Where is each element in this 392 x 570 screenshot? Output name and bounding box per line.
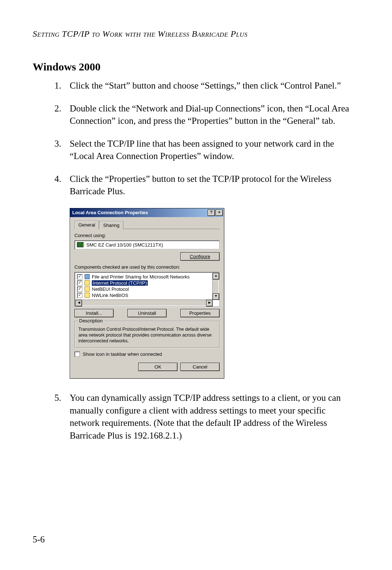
- step-item: Click the “Start” button and choose “Set…: [54, 80, 352, 92]
- connect-using-label: Connect using:: [74, 233, 220, 238]
- section-heading: Windows 2000: [33, 61, 352, 73]
- configure-button[interactable]: Configure: [180, 252, 220, 261]
- checkbox-icon[interactable]: ✓: [77, 286, 82, 292]
- cancel-button[interactable]: Cancel: [180, 363, 220, 371]
- step-item: Click the “Properties” button to set the…: [54, 173, 352, 198]
- scroll-left-icon[interactable]: ◀: [75, 300, 82, 306]
- protocol-icon: [85, 286, 90, 292]
- component-item[interactable]: ✓ NetBEUI Protocol: [77, 286, 212, 292]
- component-item[interactable]: ✓ File and Printer Sharing for Microsoft…: [77, 274, 212, 280]
- checkbox-icon[interactable]: ✓: [77, 274, 82, 280]
- tab-general[interactable]: General: [74, 221, 99, 229]
- component-label: File and Printer Sharing for Microsoft N…: [92, 274, 189, 280]
- properties-button[interactable]: Properties: [180, 309, 220, 317]
- component-label: NWLink NetBIOS: [92, 293, 128, 298]
- checkbox-icon[interactable]: ✓: [77, 293, 82, 298]
- step-item: You can dynamically assign TCP/IP addres…: [54, 392, 352, 442]
- nic-icon: [77, 242, 83, 247]
- components-label: Components checked are used by this conn…: [74, 264, 220, 270]
- adapter-name: SMC EZ Card 10/100 (SMC1211TX): [86, 242, 163, 248]
- checkbox-icon[interactable]: [74, 351, 80, 357]
- horizontal-scrollbar[interactable]: ◀ ▶: [75, 300, 213, 306]
- scroll-right-icon[interactable]: ▶: [206, 300, 213, 306]
- step-item: Double click the “Network and Dial-up Co…: [54, 102, 352, 127]
- running-header: Setting TCP/IP to Work with the Wireless…: [33, 29, 352, 39]
- component-item[interactable]: ✓ Internet Protocol (TCP/IP): [77, 280, 212, 286]
- ok-button[interactable]: OK: [138, 363, 177, 371]
- protocol-icon: [85, 280, 90, 285]
- adapter-field[interactable]: SMC EZ Card 10/100 (SMC1211TX): [74, 240, 220, 249]
- show-icon-label: Show icon in taskbar when connected: [83, 351, 162, 357]
- description-text: Transmission Control Protocol/Internet P…: [78, 326, 216, 344]
- component-label: NetBEUI Protocol: [92, 286, 129, 292]
- components-list[interactable]: ✓ File and Printer Sharing for Microsoft…: [74, 272, 220, 307]
- help-button[interactable]: ?: [208, 209, 215, 216]
- tab-strip: General Sharing: [74, 220, 220, 229]
- vertical-scrollbar[interactable]: ▲ ▼: [212, 273, 219, 300]
- steps-list: Click the “Start” button and choose “Set…: [54, 80, 352, 198]
- close-button[interactable]: ×: [216, 209, 223, 216]
- dialog-titlebar[interactable]: Local Area Connection Properties ? ×: [70, 208, 224, 217]
- share-icon: [85, 274, 90, 279]
- step-item: Select the TCP/IP line that has been ass…: [54, 138, 352, 163]
- install-button[interactable]: Install...: [74, 309, 114, 317]
- uninstall-button[interactable]: Uninstall: [127, 309, 167, 317]
- tab-sharing[interactable]: Sharing: [99, 221, 123, 229]
- steps-list-continued: You can dynamically assign TCP/IP addres…: [54, 392, 352, 442]
- checkbox-icon[interactable]: ✓: [77, 280, 82, 286]
- properties-dialog: Local Area Connection Properties ? × Gen…: [70, 208, 224, 379]
- component-item[interactable]: ✓ NWLink NetBIOS: [77, 292, 212, 298]
- show-icon-row[interactable]: Show icon in taskbar when connected: [74, 351, 220, 357]
- protocol-icon: [85, 293, 90, 298]
- dialog-title: Local Area Connection Properties: [72, 210, 148, 215]
- scroll-up-icon[interactable]: ▲: [213, 273, 219, 280]
- component-label-selected: Internet Protocol (TCP/IP): [92, 280, 148, 286]
- page-number: 5-6: [33, 534, 45, 545]
- description-legend: Description: [78, 318, 104, 323]
- description-group: Description Transmission Control Protoco…: [74, 321, 220, 348]
- scroll-down-icon[interactable]: ▼: [213, 293, 219, 300]
